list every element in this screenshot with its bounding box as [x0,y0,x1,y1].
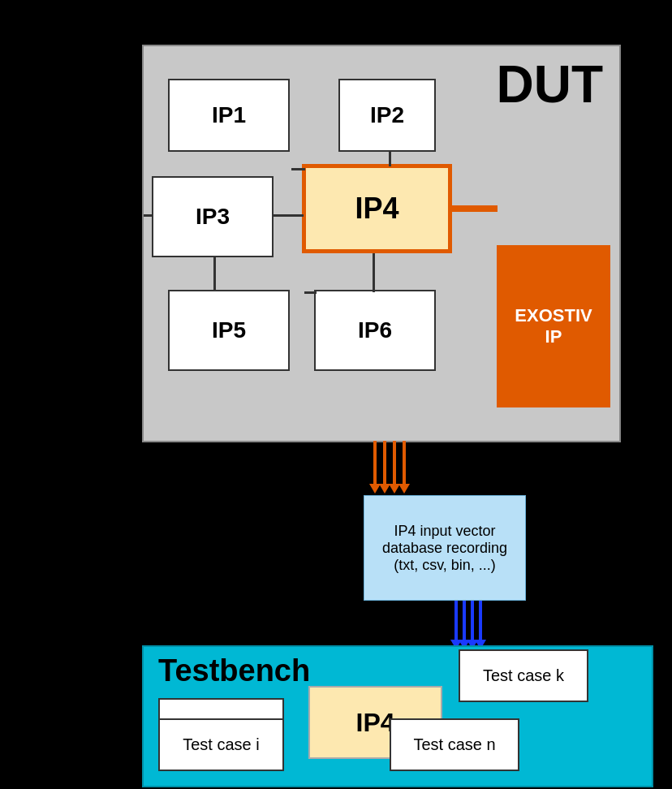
ip5-label: IP5 [212,317,246,343]
ip1-label: IP1 [212,102,246,128]
blue-arrow-1 [454,601,458,641]
connector-top-v1 [389,152,391,166]
orange-arrow-2 [383,441,386,485]
testbench-label: Testbench [158,653,310,688]
test-case-i-box: Test case i [158,718,284,771]
connector-ip4-down [373,253,375,292]
blue-arrows [454,601,482,641]
database-box: IP4 input vector database recording (txt… [364,495,526,601]
connector-ip3-ip4 [274,214,304,217]
dut-label: DUT [496,54,603,114]
ip4-dut-box: IP4 [302,164,452,253]
blue-arrow-3 [471,601,474,641]
ip6-box: IP6 [314,290,436,371]
orange-arrow-4 [403,441,406,485]
test-case-n-box: Test case n [390,718,519,771]
test-case-k-label: Test case k [483,666,564,685]
ip4-dut-label: IP4 [355,192,398,226]
ip5-box: IP5 [168,290,290,371]
connector-ip5-v [213,257,216,291]
ip6-label: IP6 [358,317,392,343]
database-label: IP4 input vector database recording (txt… [373,523,517,574]
ip2-label: IP2 [370,102,404,128]
exostiv-label: EXOSTIVIP [515,305,592,347]
orange-arrows [373,441,406,485]
exostiv-box: EXOSTIVIP [497,245,610,407]
test-case-k-box: Test case k [459,649,588,702]
ip1-box: IP1 [168,79,290,152]
connector-h2 [291,168,305,170]
ip3-label: IP3 [196,204,230,230]
ip3-box: IP3 [152,176,274,257]
blue-arrow-4 [479,601,482,641]
orange-arrow-1 [373,441,377,485]
orange-arrow-3 [393,441,396,485]
blue-arrow-2 [463,601,466,641]
dut-box: DUT IP1 IP2 IP3 IP4 IP5 IP6 EXOSTIVIP [142,45,621,442]
test-case-i-label: Test case i [183,735,259,754]
connector-ip6-h [304,291,317,294]
connector-ip3-left [144,214,153,217]
ip2-box: IP2 [338,79,436,152]
orange-connector-h [450,205,498,212]
test-case-n-label: Test case n [413,735,495,754]
